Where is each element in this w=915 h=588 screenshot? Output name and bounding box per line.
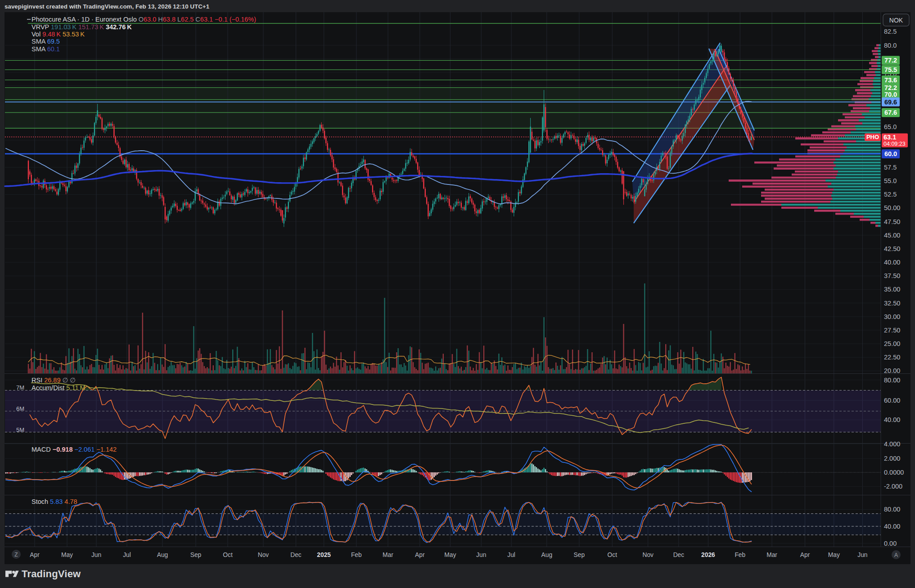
svg-text:Photocure ASA · 1D · Euronext: Photocure ASA · 1D · Euronext Oslo O63.0… bbox=[32, 16, 256, 23]
svg-text:04:09:23: 04:09:23 bbox=[883, 141, 906, 147]
svg-text:SMA 69.5: SMA 69.5 bbox=[32, 38, 60, 45]
svg-text:73.6: 73.6 bbox=[884, 76, 897, 84]
svg-text:RSI 26.89 ∅ ∅: RSI 26.89 ∅ ∅ bbox=[32, 377, 76, 384]
svg-text:30.00: 30.00 bbox=[884, 313, 900, 320]
svg-text:savepiginvest created with Tra: savepiginvest created with TradingView.c… bbox=[5, 3, 210, 10]
svg-text:Accum/Dist 5.11 M: Accum/Dist 5.11 M bbox=[32, 384, 85, 391]
svg-text:Stoch 5.83 4.78: Stoch 5.83 4.78 bbox=[32, 498, 77, 505]
svg-text:Sep: Sep bbox=[574, 552, 585, 558]
svg-text:May: May bbox=[444, 552, 456, 558]
svg-text:45.00: 45.00 bbox=[884, 232, 900, 239]
svg-text:50.00: 50.00 bbox=[884, 204, 900, 211]
svg-text:5M: 5M bbox=[16, 426, 24, 433]
svg-text:Mar: Mar bbox=[766, 552, 777, 558]
svg-text:Aug: Aug bbox=[541, 552, 553, 558]
svg-text:TradingView: TradingView bbox=[22, 568, 81, 579]
svg-text:80.00: 80.00 bbox=[884, 506, 900, 513]
svg-text:60.00: 60.00 bbox=[884, 397, 900, 404]
svg-text:80.0: 80.0 bbox=[884, 42, 897, 49]
svg-text:VRVP 191.03 K 151.73 K 342.: VRVP 191.03 K 151.73 K 342.76 K bbox=[32, 23, 132, 31]
svg-text:Oct: Oct bbox=[223, 552, 233, 558]
svg-text:40.00: 40.00 bbox=[884, 259, 900, 266]
svg-text:Feb: Feb bbox=[735, 552, 745, 558]
svg-text:6M: 6M bbox=[16, 405, 24, 412]
svg-text:2.000: 2.000 bbox=[884, 455, 900, 462]
svg-text:Vol 9.48 K 53.53 K: Vol 9.48 K 53.53 K bbox=[32, 31, 85, 38]
svg-text:40.00: 40.00 bbox=[884, 523, 900, 530]
svg-text:70.0: 70.0 bbox=[884, 91, 897, 98]
svg-text:72.2: 72.2 bbox=[884, 84, 897, 91]
svg-text:Aug: Aug bbox=[157, 552, 168, 558]
svg-text:Sep: Sep bbox=[190, 552, 202, 558]
svg-text:55.0: 55.0 bbox=[884, 177, 897, 184]
svg-text:A: A bbox=[894, 552, 898, 558]
svg-text:47.50: 47.50 bbox=[884, 218, 900, 225]
svg-text:Nov: Nov bbox=[642, 552, 654, 558]
svg-text:Jun: Jun bbox=[91, 552, 101, 558]
svg-text:80.00: 80.00 bbox=[884, 377, 900, 384]
svg-text:67.6: 67.6 bbox=[884, 109, 897, 116]
svg-text:Oct: Oct bbox=[608, 552, 618, 558]
svg-text:SMA 60.1: SMA 60.1 bbox=[32, 45, 60, 53]
svg-text:75.5: 75.5 bbox=[884, 66, 897, 73]
svg-text:Apr: Apr bbox=[30, 552, 40, 558]
svg-text:Mar: Mar bbox=[383, 552, 393, 558]
svg-text:25.00: 25.00 bbox=[884, 340, 900, 347]
svg-text:57.5: 57.5 bbox=[884, 164, 897, 171]
svg-text:NOK: NOK bbox=[889, 17, 903, 24]
svg-text:65.0: 65.0 bbox=[884, 123, 897, 130]
svg-text:MACD −0.918 −2.061 −1.142: MACD −0.918 −2.061 −1.142 bbox=[32, 446, 117, 453]
svg-text:Jun: Jun bbox=[476, 552, 486, 558]
svg-text:Jun: Jun bbox=[857, 552, 867, 558]
svg-text:May: May bbox=[828, 552, 840, 558]
svg-text:4.000: 4.000 bbox=[884, 440, 900, 448]
svg-text:Apr: Apr bbox=[800, 552, 810, 558]
svg-text:Feb: Feb bbox=[351, 552, 362, 558]
svg-text:63.1: 63.1 bbox=[883, 134, 896, 141]
svg-text:Jul: Jul bbox=[123, 552, 131, 558]
svg-text:20.00: 20.00 bbox=[884, 367, 900, 374]
svg-text:35.00: 35.00 bbox=[884, 286, 900, 293]
svg-text:0.0000: 0.0000 bbox=[884, 469, 904, 476]
svg-text:2025: 2025 bbox=[317, 552, 331, 558]
svg-text:40.00: 40.00 bbox=[884, 416, 900, 423]
svg-text:PHO: PHO bbox=[866, 134, 879, 140]
svg-text:Nov: Nov bbox=[258, 552, 269, 558]
svg-text:37.50: 37.50 bbox=[884, 272, 900, 279]
svg-text:Jul: Jul bbox=[507, 552, 515, 558]
svg-text:Dec: Dec bbox=[673, 552, 685, 558]
svg-text:77.2: 77.2 bbox=[884, 57, 897, 64]
svg-text:Z: Z bbox=[14, 552, 18, 558]
svg-text:27.50: 27.50 bbox=[884, 327, 900, 334]
svg-text:Dec: Dec bbox=[290, 552, 302, 558]
svg-text:-2.000: -2.000 bbox=[884, 483, 902, 490]
svg-text:42.50: 42.50 bbox=[884, 245, 900, 252]
svg-text:0.00: 0.00 bbox=[884, 540, 897, 547]
svg-text:22.50: 22.50 bbox=[884, 354, 900, 361]
svg-text:82.5: 82.5 bbox=[884, 28, 897, 35]
svg-text:32.50: 32.50 bbox=[884, 300, 900, 307]
svg-text:May: May bbox=[61, 552, 73, 558]
svg-text:60.0: 60.0 bbox=[884, 150, 897, 157]
svg-text:7M: 7M bbox=[16, 384, 24, 391]
svg-text:Apr: Apr bbox=[415, 552, 425, 558]
svg-text:2026: 2026 bbox=[701, 552, 715, 558]
svg-text:69.6: 69.6 bbox=[884, 99, 897, 106]
svg-text:52.5: 52.5 bbox=[884, 191, 897, 198]
